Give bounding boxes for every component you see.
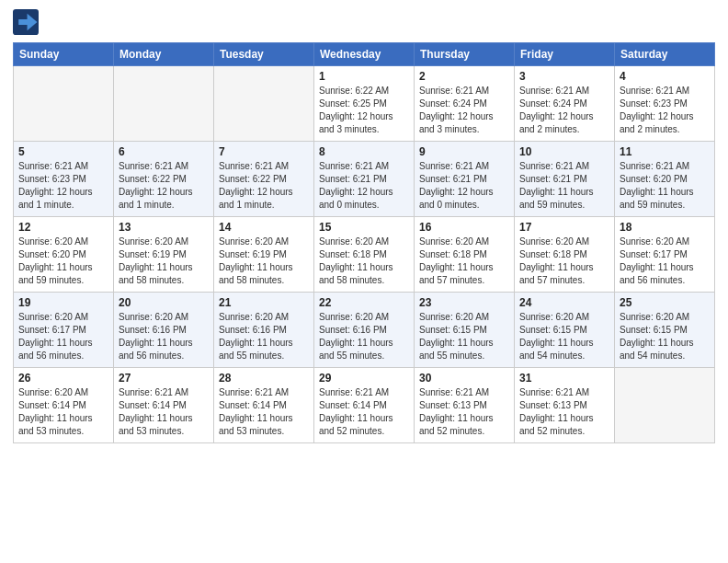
weekday-header-row: SundayMondayTuesdayWednesdayThursdayFrid…: [14, 43, 715, 66]
calendar-cell: [214, 66, 314, 142]
day-info: Sunrise: 6:20 AMSunset: 6:18 PMDaylight:…: [319, 236, 409, 287]
day-number: 5: [18, 145, 108, 158]
calendar-week-row: 12Sunrise: 6:20 AMSunset: 6:20 PMDayligh…: [14, 217, 715, 293]
day-number: 15: [319, 221, 409, 234]
weekday-header-thursday: Thursday: [415, 43, 515, 66]
calendar-cell: 27Sunrise: 6:21 AMSunset: 6:14 PMDayligh…: [114, 368, 214, 443]
calendar-cell: [615, 368, 715, 443]
day-info: Sunrise: 6:20 AMSunset: 6:16 PMDaylight:…: [119, 311, 209, 362]
calendar-week-row: 26Sunrise: 6:20 AMSunset: 6:14 PMDayligh…: [14, 368, 715, 443]
day-info: Sunrise: 6:20 AMSunset: 6:18 PMDaylight:…: [519, 236, 609, 287]
weekday-header-sunday: Sunday: [14, 43, 114, 66]
day-info: Sunrise: 6:22 AMSunset: 6:25 PMDaylight:…: [319, 85, 409, 136]
day-info: Sunrise: 6:21 AMSunset: 6:20 PMDaylight:…: [620, 160, 710, 212]
calendar-cell: 15Sunrise: 6:20 AMSunset: 6:18 PMDayligh…: [314, 217, 415, 293]
weekday-header-monday: Monday: [114, 43, 214, 66]
calendar-cell: 13Sunrise: 6:20 AMSunset: 6:19 PMDayligh…: [114, 217, 214, 293]
calendar-cell: 11Sunrise: 6:21 AMSunset: 6:20 PMDayligh…: [615, 142, 715, 217]
calendar-cell: 9Sunrise: 6:21 AMSunset: 6:21 PMDaylight…: [415, 142, 515, 217]
day-number: 17: [519, 221, 609, 234]
calendar-cell: 10Sunrise: 6:21 AMSunset: 6:21 PMDayligh…: [515, 142, 615, 217]
day-number: 29: [319, 372, 409, 385]
day-info: Sunrise: 6:21 AMSunset: 6:21 PMDaylight:…: [419, 160, 509, 212]
calendar-cell: 8Sunrise: 6:21 AMSunset: 6:21 PMDaylight…: [314, 142, 415, 217]
day-number: 30: [419, 372, 509, 385]
calendar-cell: 23Sunrise: 6:20 AMSunset: 6:15 PMDayligh…: [415, 293, 515, 368]
day-info: Sunrise: 6:20 AMSunset: 6:20 PMDaylight:…: [18, 236, 108, 287]
day-number: 6: [119, 145, 209, 158]
day-info: Sunrise: 6:21 AMSunset: 6:23 PMDaylight:…: [18, 160, 108, 212]
calendar-cell: 30Sunrise: 6:21 AMSunset: 6:13 PMDayligh…: [415, 368, 515, 443]
day-number: 16: [419, 221, 509, 234]
calendar-cell: 7Sunrise: 6:21 AMSunset: 6:22 PMDaylight…: [214, 142, 314, 217]
logo-area: [13, 9, 40, 35]
calendar-week-row: 5Sunrise: 6:21 AMSunset: 6:23 PMDaylight…: [14, 142, 715, 217]
weekday-header-friday: Friday: [515, 43, 615, 66]
calendar-cell: 6Sunrise: 6:21 AMSunset: 6:22 PMDaylight…: [114, 142, 214, 217]
calendar-cell: [114, 66, 214, 142]
day-number: 27: [119, 372, 209, 385]
day-number: 20: [119, 296, 209, 309]
day-info: Sunrise: 6:21 AMSunset: 6:14 PMDaylight:…: [119, 386, 209, 438]
day-info: Sunrise: 6:21 AMSunset: 6:22 PMDaylight:…: [119, 160, 209, 212]
calendar-cell: 24Sunrise: 6:20 AMSunset: 6:15 PMDayligh…: [515, 293, 615, 368]
day-number: 13: [119, 221, 209, 234]
calendar-week-row: 19Sunrise: 6:20 AMSunset: 6:17 PMDayligh…: [14, 293, 715, 368]
weekday-header-saturday: Saturday: [615, 43, 715, 66]
calendar-cell: 1Sunrise: 6:22 AMSunset: 6:25 PMDaylight…: [314, 66, 415, 142]
calendar-cell: 18Sunrise: 6:20 AMSunset: 6:17 PMDayligh…: [615, 217, 715, 293]
calendar-cell: 22Sunrise: 6:20 AMSunset: 6:16 PMDayligh…: [314, 293, 415, 368]
logo-icon: [13, 9, 39, 35]
calendar-cell: 17Sunrise: 6:20 AMSunset: 6:18 PMDayligh…: [515, 217, 615, 293]
day-number: 12: [18, 221, 108, 234]
day-number: 9: [419, 145, 509, 158]
day-info: Sunrise: 6:21 AMSunset: 6:21 PMDaylight:…: [519, 160, 609, 212]
day-number: 10: [519, 145, 609, 158]
weekday-header-wednesday: Wednesday: [314, 43, 415, 66]
day-info: Sunrise: 6:20 AMSunset: 6:17 PMDaylight:…: [620, 236, 710, 287]
calendar-cell: 3Sunrise: 6:21 AMSunset: 6:24 PMDaylight…: [515, 66, 615, 142]
page: SundayMondayTuesdayWednesdayThursdayFrid…: [0, 0, 728, 563]
day-number: 19: [18, 296, 108, 309]
calendar-cell: 31Sunrise: 6:21 AMSunset: 6:13 PMDayligh…: [515, 368, 615, 443]
calendar-cell: 16Sunrise: 6:20 AMSunset: 6:18 PMDayligh…: [415, 217, 515, 293]
day-number: 7: [219, 145, 309, 158]
day-number: 14: [219, 221, 309, 234]
day-number: 25: [620, 296, 710, 309]
day-number: 31: [519, 372, 609, 385]
day-info: Sunrise: 6:21 AMSunset: 6:24 PMDaylight:…: [519, 85, 609, 136]
calendar-cell: [14, 66, 114, 142]
day-info: Sunrise: 6:20 AMSunset: 6:14 PMDaylight:…: [18, 386, 108, 438]
day-number: 4: [620, 70, 710, 83]
calendar-cell: 29Sunrise: 6:21 AMSunset: 6:14 PMDayligh…: [314, 368, 415, 443]
day-info: Sunrise: 6:21 AMSunset: 6:14 PMDaylight:…: [319, 386, 409, 438]
calendar-cell: 21Sunrise: 6:20 AMSunset: 6:16 PMDayligh…: [214, 293, 314, 368]
day-number: 28: [219, 372, 309, 385]
calendar-cell: 19Sunrise: 6:20 AMSunset: 6:17 PMDayligh…: [14, 293, 114, 368]
day-number: 11: [620, 145, 710, 158]
day-info: Sunrise: 6:20 AMSunset: 6:18 PMDaylight:…: [419, 236, 509, 287]
day-number: 24: [519, 296, 609, 309]
day-number: 2: [419, 70, 509, 83]
calendar-cell: 4Sunrise: 6:21 AMSunset: 6:23 PMDaylight…: [615, 66, 715, 142]
day-info: Sunrise: 6:20 AMSunset: 6:15 PMDaylight:…: [419, 311, 509, 362]
calendar-cell: 26Sunrise: 6:20 AMSunset: 6:14 PMDayligh…: [14, 368, 114, 443]
day-info: Sunrise: 6:21 AMSunset: 6:23 PMDaylight:…: [620, 85, 710, 136]
day-number: 23: [419, 296, 509, 309]
day-info: Sunrise: 6:20 AMSunset: 6:19 PMDaylight:…: [119, 236, 209, 287]
calendar-cell: 5Sunrise: 6:21 AMSunset: 6:23 PMDaylight…: [14, 142, 114, 217]
day-number: 18: [620, 221, 710, 234]
day-number: 22: [319, 296, 409, 309]
day-info: Sunrise: 6:20 AMSunset: 6:17 PMDaylight:…: [18, 311, 108, 362]
day-info: Sunrise: 6:20 AMSunset: 6:16 PMDaylight:…: [219, 311, 309, 362]
calendar-cell: 28Sunrise: 6:21 AMSunset: 6:14 PMDayligh…: [214, 368, 314, 443]
day-info: Sunrise: 6:21 AMSunset: 6:13 PMDaylight:…: [419, 386, 509, 438]
calendar-cell: 14Sunrise: 6:20 AMSunset: 6:19 PMDayligh…: [214, 217, 314, 293]
calendar-cell: 2Sunrise: 6:21 AMSunset: 6:24 PMDaylight…: [415, 66, 515, 142]
header: [13, 9, 715, 35]
day-info: Sunrise: 6:21 AMSunset: 6:24 PMDaylight:…: [419, 85, 509, 136]
day-info: Sunrise: 6:21 AMSunset: 6:22 PMDaylight:…: [219, 160, 309, 212]
day-number: 3: [519, 70, 609, 83]
day-info: Sunrise: 6:20 AMSunset: 6:15 PMDaylight:…: [620, 311, 710, 362]
weekday-header-tuesday: Tuesday: [214, 43, 314, 66]
